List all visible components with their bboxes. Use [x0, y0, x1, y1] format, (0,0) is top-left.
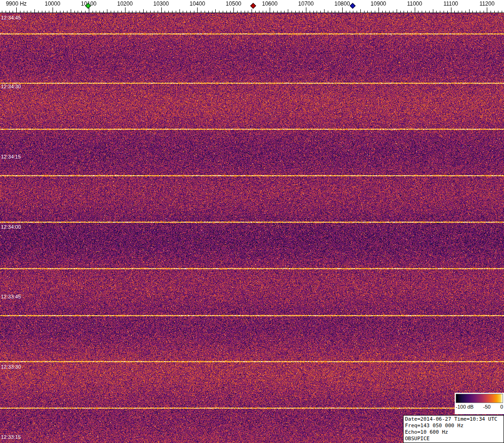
ruler-tick — [56, 11, 57, 13]
ruler-tick — [440, 11, 440, 13]
ruler-tick — [2, 11, 2, 13]
ruler-tick — [273, 11, 274, 13]
ruler-tick — [451, 7, 451, 13]
ruler-tick — [183, 11, 183, 13]
station-info-box: Date=2014-06-27 Time=10:34 UTC Freq=143 … — [403, 415, 504, 443]
colorbar-legend: -100 dB -50 0 — [455, 393, 504, 414]
ruler-tick — [168, 11, 169, 13]
ruler-tick — [338, 11, 339, 13]
colorbar-labels: -100 dB -50 0 — [456, 403, 503, 410]
ruler-tick — [487, 7, 487, 13]
ruler-tick — [103, 11, 104, 13]
ruler-tick — [400, 11, 401, 13]
ruler-tick — [241, 11, 241, 13]
marker-diamond-red[interactable] — [250, 3, 256, 9]
ruler-tick — [129, 11, 129, 13]
ruler-tick — [24, 11, 24, 13]
ruler-frequency-label: 10900 — [371, 0, 386, 7]
frequency-ruler[interactable]: 9900 Hz100001010010200103001040010500106… — [0, 0, 504, 13]
ruler-tick — [125, 7, 126, 13]
ruler-tick — [320, 11, 321, 13]
ruler-tick — [81, 11, 82, 13]
ruler-tick — [491, 11, 491, 13]
ruler-tick — [38, 11, 39, 13]
ruler-tick — [382, 11, 383, 13]
ruler-tick — [407, 11, 408, 13]
ruler-tick — [465, 11, 466, 13]
ruler-tick — [292, 11, 292, 13]
ruler-tick — [219, 11, 219, 13]
ruler-tick — [45, 11, 46, 13]
ruler-tick — [313, 11, 314, 13]
colorbar-gradient — [456, 394, 503, 403]
ruler-tick — [353, 11, 353, 13]
marker-diamond-blue[interactable] — [350, 3, 356, 9]
ruler-tick — [132, 11, 133, 13]
waterfall-canvas[interactable] — [0, 13, 504, 443]
ruler-tick — [436, 11, 437, 13]
ruler-frequency-label: 10600 — [262, 0, 278, 7]
ruler-tick — [342, 7, 343, 13]
ruler-tick — [429, 11, 430, 13]
ruler-tick — [458, 11, 458, 13]
ruler-tick — [357, 11, 357, 13]
ruler-tick — [360, 9, 361, 13]
ruler-tick — [96, 11, 96, 13]
ruler-tick — [179, 9, 180, 13]
ruler-tick — [107, 9, 107, 13]
ruler-tick — [248, 11, 248, 13]
ruler-tick — [397, 9, 397, 13]
ruler-tick — [136, 11, 136, 13]
ruler-tick — [42, 11, 42, 13]
ruler-tick — [472, 11, 473, 13]
ruler-tick — [324, 9, 325, 13]
ruler-tick — [6, 11, 6, 13]
ruler-tick — [480, 11, 480, 13]
ruler-tick — [63, 11, 64, 13]
ruler-tick — [230, 11, 231, 13]
ruler-tick — [255, 11, 256, 13]
ruler-tick — [350, 11, 350, 13]
ruler-tick — [93, 11, 93, 13]
ruler-tick — [85, 11, 86, 13]
ruler-tick — [161, 7, 162, 13]
ruler-tick — [469, 9, 470, 13]
ruler-frequency-label: 10000 — [45, 0, 60, 7]
ruler-tick — [328, 11, 328, 13]
ruler-frequency-label: 10300 — [153, 0, 169, 7]
ruler-tick — [299, 11, 299, 13]
ruler-tick — [494, 11, 495, 13]
ruler-tick — [143, 9, 144, 13]
colorbar-mid-label: -50 — [483, 404, 491, 410]
ruler-tick — [310, 11, 310, 13]
ruler-tick — [49, 11, 49, 13]
ruler-frequency-label: 11000 — [407, 0, 422, 7]
ruler-tick — [9, 11, 10, 13]
ruler-frequency-label: 10800 — [334, 0, 350, 7]
ruler-tick — [31, 11, 31, 13]
ruler-frequency-label: 10500 — [226, 0, 241, 7]
ruler-tick — [415, 7, 415, 13]
ruler-tick — [433, 9, 433, 13]
spectrogram-waterfall-window: 9900 Hz100001010010200103001040010500106… — [0, 0, 504, 443]
ruler-tick — [302, 11, 303, 13]
ruler-tick — [27, 11, 27, 13]
ruler-tick — [385, 11, 386, 13]
ruler-tick — [16, 7, 17, 13]
ruler-tick — [223, 11, 223, 13]
ruler-tick — [498, 11, 498, 13]
ruler-tick — [263, 11, 263, 13]
ruler-tick — [444, 11, 444, 13]
ruler-tick — [411, 11, 411, 13]
ruler-tick — [205, 11, 205, 13]
ruler-tick — [245, 11, 245, 13]
ruler-tick — [281, 11, 281, 13]
ruler-tick — [150, 11, 151, 13]
ruler-tick — [99, 11, 100, 13]
colorbar-min-label: -100 dB — [456, 404, 474, 410]
ruler-tick — [476, 11, 477, 13]
ruler-tick — [346, 11, 346, 13]
info-echo-line: Echo=10 600 Hz — [405, 429, 502, 436]
ruler-tick — [367, 11, 368, 13]
info-date-line: Date=2014-06-27 Time=10:34 UTC — [405, 416, 502, 423]
